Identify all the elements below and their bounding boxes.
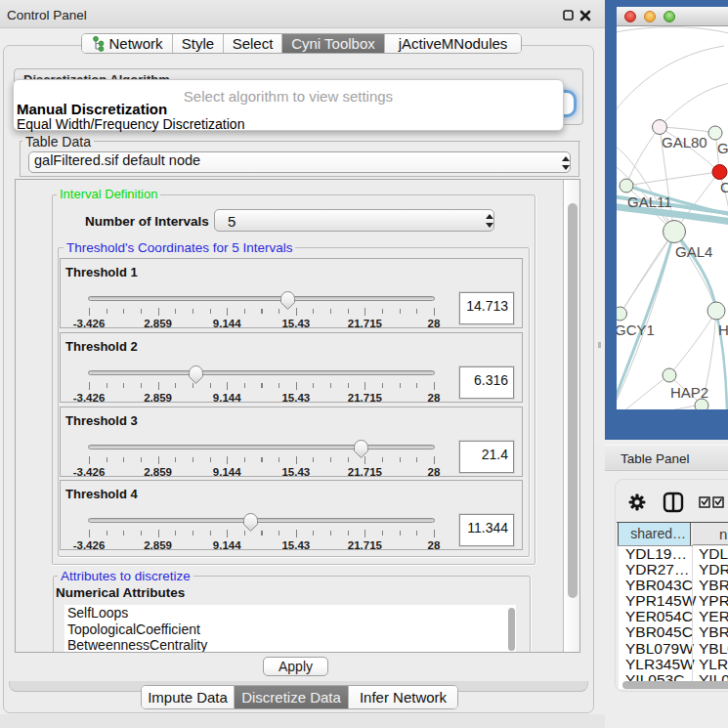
svg-text:GAL4: GAL4 [675, 243, 712, 260]
svg-text:GAL80: GAL80 [662, 134, 707, 150]
svg-text:C: C [720, 179, 728, 195]
svg-text:GA: GA [717, 140, 728, 156]
svg-text:GCY1: GCY1 [617, 321, 655, 338]
svg-text:HAP2: HAP2 [670, 384, 708, 401]
svg-text:H: H [718, 321, 728, 338]
svg-text:GAL11: GAL11 [627, 193, 672, 210]
